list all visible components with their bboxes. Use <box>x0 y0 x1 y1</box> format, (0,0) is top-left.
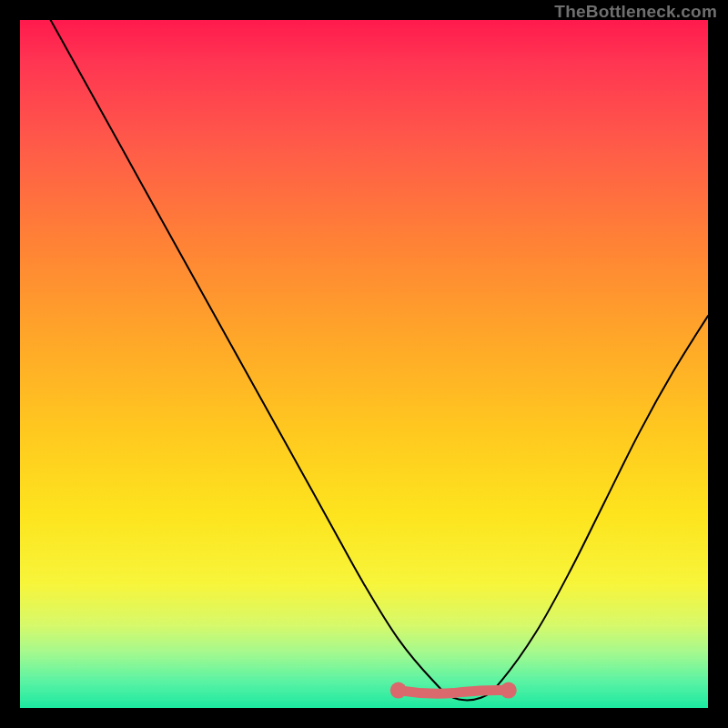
chart-frame: TheBottleneck.com <box>0 0 728 728</box>
optimal-range-start-dot <box>390 682 407 699</box>
curve-layer <box>20 20 708 708</box>
optimal-range-highlight <box>399 690 509 693</box>
plot-area <box>20 20 708 708</box>
watermark-text: TheBottleneck.com <box>554 2 717 22</box>
optimal-range-end-dot <box>500 682 517 699</box>
bottleneck-curve <box>20 20 708 700</box>
